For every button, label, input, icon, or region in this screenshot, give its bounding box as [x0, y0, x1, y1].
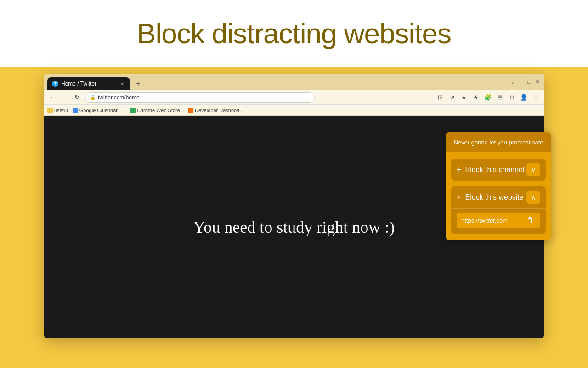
minimize-button[interactable]: —	[518, 79, 524, 85]
chrome-bookmarks: usefull Google Calendar - ... Chrome Web…	[44, 105, 544, 116]
blocked-page-content: You need to study right now :) Never gon…	[44, 116, 544, 338]
chrome-titlebar: T Home / Twitter ✕ + ⌄ — □ ✕	[44, 74, 544, 90]
extension-icon2[interactable]: ▤	[495, 92, 505, 103]
extension-icon-starred[interactable]: ★	[471, 92, 481, 103]
block-website-text: Block this website	[465, 193, 524, 201]
block-channel-text: Block this channel	[465, 166, 525, 174]
share-icon[interactable]: ↗	[447, 92, 457, 103]
bookmark-usefull-icon	[47, 108, 53, 113]
active-tab[interactable]: T Home / Twitter ✕	[47, 77, 130, 90]
block-website-header[interactable]: + Block this website ∧	[451, 186, 546, 208]
block-website-label: + Block this website	[457, 193, 524, 202]
block-channel-chevron[interactable]: ∨	[526, 163, 540, 176]
bookmark-google-calendar[interactable]: Google Calendar - ...	[73, 108, 126, 113]
block-channel-header[interactable]: + Block this channel ∨	[451, 159, 546, 181]
maximize-button[interactable]: □	[526, 79, 532, 85]
back-button[interactable]: ←	[47, 92, 58, 103]
bookmark-dev-label: Developer Dashboa...	[195, 108, 243, 113]
bookmark-dev-dashboard[interactable]: Developer Dashboa...	[188, 108, 243, 113]
website-url: https://twitter.com	[461, 217, 508, 224]
block-website-plus-icon: +	[457, 193, 462, 202]
dropdown-icon[interactable]: ⌄	[509, 79, 516, 85]
website-item: https://twitter.com 🗑	[457, 213, 540, 228]
bookmark-chrome-icon	[130, 108, 136, 113]
block-website-section: + Block this website ∧ https://twitter.c…	[451, 186, 546, 234]
blocked-message: You need to study right now :)	[193, 218, 395, 237]
top-white-area: Block distracting websites	[0, 0, 588, 67]
block-channel-label: + Block this channel	[457, 165, 524, 175]
titlebar-controls: ⌄ — □ ✕	[509, 79, 541, 85]
tab-area: T Home / Twitter ✕ +	[47, 74, 508, 90]
bookmark-icon[interactable]: ★	[459, 92, 469, 103]
avatar-icon[interactable]: 👤	[519, 92, 529, 103]
block-channel-plus-icon: +	[457, 165, 462, 175]
chrome-addressbar: ← → ↻ 🔒 twitter.com/home ⊡ ↗ ★ ★ 🧩 ▤ ⊙ 👤…	[44, 90, 544, 105]
bookmark-chrome-store[interactable]: Chrome Web Store...	[130, 108, 184, 113]
forward-button[interactable]: →	[59, 92, 70, 103]
lock-icon: 🔒	[90, 95, 96, 100]
toolbar-icons: ⊡ ↗ ★ ★ 🧩 ▤ ⊙ 👤 ⋮	[435, 92, 541, 103]
trash-button[interactable]: 🗑	[525, 216, 536, 224]
bookmark-usefull[interactable]: usefull	[47, 108, 69, 113]
puzzle-icon[interactable]: 🧩	[483, 92, 493, 103]
screen-cast-icon[interactable]: ⊡	[435, 92, 445, 103]
block-website-chevron[interactable]: ∧	[526, 191, 540, 204]
close-button[interactable]: ✕	[534, 79, 541, 85]
bookmark-chrome-label: Chrome Web Store...	[137, 108, 184, 113]
menu-icon[interactable]: ⋮	[531, 92, 541, 103]
tab-favicon: T	[52, 80, 58, 87]
bookmark-usefull-label: usefull	[54, 108, 69, 113]
extension-popup: Never gonna let you procrastinate + Bloc…	[446, 132, 551, 240]
refresh-button[interactable]: ↻	[71, 92, 82, 103]
tab-title: Home / Twitter	[61, 80, 96, 87]
address-field[interactable]: 🔒 twitter.com/home	[85, 92, 315, 103]
bottom-yellow-area: T Home / Twitter ✕ + ⌄ — □ ✕ ← → ↻ 🔒	[0, 67, 588, 368]
popup-body: + Block this channel ∨ + Block this webs…	[446, 152, 551, 240]
bookmark-dev-icon	[188, 108, 193, 113]
address-text: twitter.com/home	[98, 94, 140, 101]
bookmark-google-label: Google Calendar - ...	[79, 108, 126, 113]
popup-header: Never gonna let you procrastinate	[446, 132, 551, 152]
nav-buttons: ← → ↻	[47, 92, 82, 103]
new-tab-button[interactable]: +	[132, 77, 145, 90]
browser-window: T Home / Twitter ✕ + ⌄ — □ ✕ ← → ↻ 🔒	[44, 74, 544, 338]
tab-close-button[interactable]: ✕	[119, 80, 125, 87]
profile-icon[interactable]: ⊙	[507, 92, 517, 103]
bookmark-google-icon	[73, 108, 78, 113]
block-website-body: https://twitter.com 🗑	[451, 208, 546, 234]
page-headline: Block distracting websites	[137, 17, 451, 50]
block-channel-section: + Block this channel ∨	[451, 159, 546, 181]
